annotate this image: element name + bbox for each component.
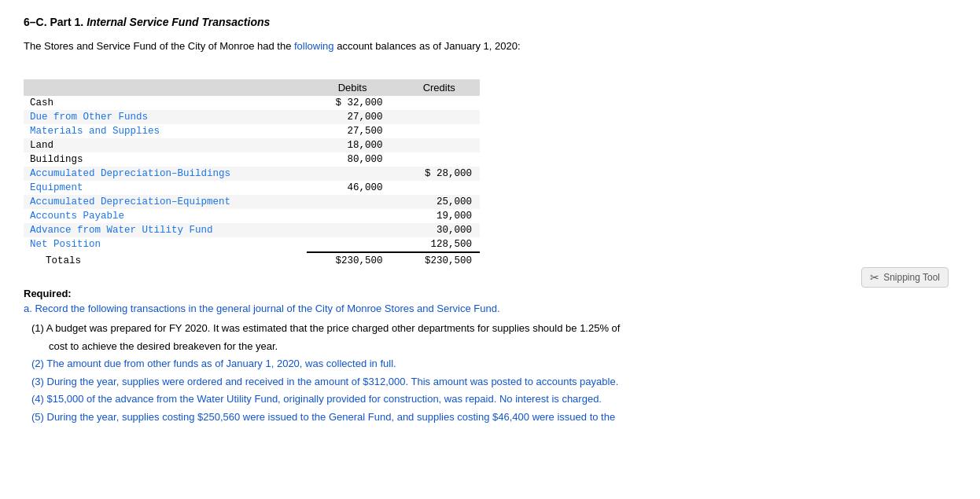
- required-section: Required: a. Record the following transa…: [24, 288, 956, 424]
- row-credit: [398, 96, 480, 110]
- row-debit: 27,500: [307, 124, 399, 138]
- transaction-item: (5) During the year, supplies costing $2…: [31, 409, 956, 425]
- intro-text: The Stores and Service Fund of the City …: [24, 40, 956, 52]
- totals-credit: $230,500: [398, 252, 480, 269]
- page-title: 6–C. Part 1. Internal Service Fund Trans…: [24, 16, 956, 28]
- row-debit: [307, 167, 399, 181]
- table-row: Buildings 80,000: [24, 152, 480, 167]
- required-title: Required:: [24, 288, 956, 299]
- tx-continued: cost to achieve the desired breakeven fo…: [49, 340, 278, 352]
- required-subtitle: a. Record the following transactions in …: [24, 303, 956, 314]
- totals-row: Totals $230,500 $230,500: [24, 252, 480, 269]
- table-row: Equipment 46,000: [24, 181, 480, 195]
- table-row: Accounts Payable 19,000: [24, 209, 480, 223]
- tx-text: $15,000 of the advance from the Water Ut…: [47, 393, 602, 405]
- table-row: Due from Other Funds 27,000: [24, 110, 480, 124]
- row-debit: [307, 209, 399, 223]
- row-credit: 19,000: [398, 209, 480, 223]
- row-label: Net Position: [24, 237, 307, 252]
- tx-number: (1): [31, 322, 46, 334]
- table-row: Cash $ 32,000: [24, 96, 480, 110]
- row-credit: $ 28,000: [398, 167, 480, 181]
- row-credit: [398, 124, 480, 138]
- balance-table: Debits Credits Cash $ 32,000 Due from Ot…: [24, 79, 480, 269]
- col-debits-header: Debits: [307, 79, 399, 96]
- row-debit: [307, 195, 399, 209]
- table-row: Net Position 128,500: [24, 237, 480, 252]
- row-label: Advance from Water Utility Fund: [24, 223, 307, 237]
- table-row: Advance from Water Utility Fund 30,000: [24, 223, 480, 237]
- row-credit: [398, 110, 480, 124]
- row-label: Accounts Payable: [24, 209, 307, 223]
- tx-number: (4): [31, 393, 47, 405]
- table-row: Accumulated Depreciation–Buildings $ 28,…: [24, 167, 480, 181]
- row-label: Land: [24, 138, 307, 152]
- transaction-item: (4) $15,000 of the advance from the Wate…: [31, 391, 956, 407]
- tx-text: During the year, supplies were ordered a…: [47, 376, 619, 387]
- table-row: Land 18,000: [24, 138, 480, 152]
- row-debit: 46,000: [307, 181, 399, 195]
- col-credits-header: Credits: [398, 79, 480, 96]
- row-label: Accumulated Depreciation–Buildings: [24, 167, 307, 181]
- scissors-icon: ✂: [870, 271, 879, 284]
- totals-label: Totals: [24, 252, 307, 269]
- row-debit: 27,000: [307, 110, 399, 124]
- row-label: Buildings: [24, 152, 307, 167]
- row-debit: [307, 237, 399, 252]
- title-prefix: 6–C. Part 1.: [24, 16, 83, 28]
- totals-debit: $230,500: [307, 252, 399, 269]
- row-credit: [398, 152, 480, 167]
- row-label: Equipment: [24, 181, 307, 195]
- transaction-item: (2) The amount due from other funds as o…: [31, 356, 956, 372]
- col-label-header: [24, 79, 307, 96]
- row-debit: $ 32,000: [307, 96, 399, 110]
- tx-number: (2): [31, 358, 46, 369]
- row-credit: 25,000: [398, 195, 480, 209]
- tx-number: (5): [31, 411, 47, 423]
- row-credit: [398, 181, 480, 195]
- row-debit: 80,000: [307, 152, 399, 167]
- row-label: Materials and Supplies: [24, 124, 307, 138]
- tx-text: A budget was prepared for FY 2020. It wa…: [46, 322, 621, 334]
- snipping-tool-label: Snipping Tool: [883, 272, 940, 283]
- row-credit: [398, 138, 480, 152]
- table-header-row: Debits Credits: [24, 79, 480, 96]
- row-label: Due from Other Funds: [24, 110, 307, 124]
- tx-text: The amount due from other funds as of Ja…: [46, 358, 396, 369]
- transaction-item: (1) A budget was prepared for FY 2020. I…: [31, 321, 956, 336]
- transaction-list: (1) A budget was prepared for FY 2020. I…: [24, 321, 956, 424]
- row-label: Accumulated Depreciation–Equipment: [24, 195, 307, 209]
- row-debit: 18,000: [307, 138, 399, 152]
- transaction-item-continued: cost to achieve the desired breakeven fo…: [31, 339, 956, 354]
- tx-text: During the year, supplies costing $250,5…: [47, 411, 616, 423]
- table-row: Accumulated Depreciation–Equipment 25,00…: [24, 195, 480, 209]
- row-credit: 30,000: [398, 223, 480, 237]
- balance-table-wrapper: Debits Credits Cash $ 32,000 Due from Ot…: [24, 79, 480, 269]
- tx-number: (3): [31, 376, 47, 387]
- row-credit: 128,500: [398, 237, 480, 252]
- row-label: Cash: [24, 96, 307, 110]
- table-row: Materials and Supplies 27,500: [24, 124, 480, 138]
- row-debit: [307, 223, 399, 237]
- title-italic: Internal Service Fund Transactions: [87, 16, 270, 28]
- transaction-item: (3) During the year, supplies were order…: [31, 374, 956, 390]
- snipping-tool-badge: ✂ Snipping Tool: [861, 267, 949, 288]
